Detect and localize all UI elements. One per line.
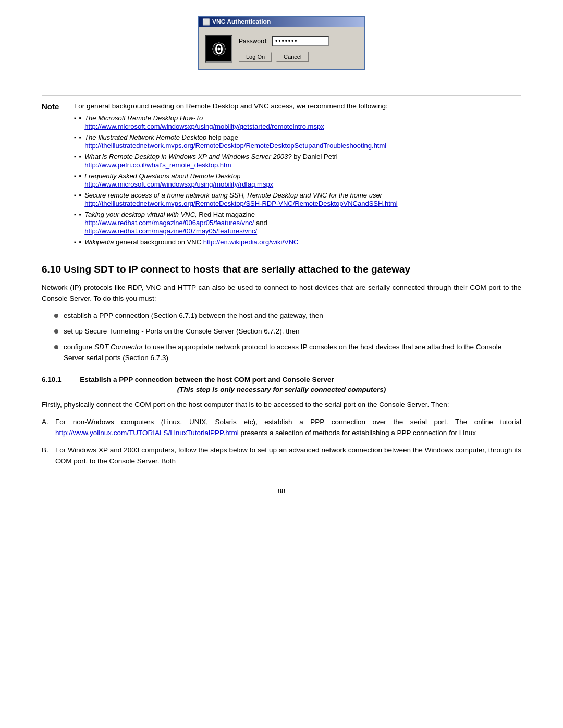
list-item: ▪ Secure remote access of a home network… xyxy=(74,191,521,207)
bullet-marker: ▪ xyxy=(79,114,82,122)
item-text: What is Remote Desktop in Windows XP and… xyxy=(84,153,338,161)
item-link[interactable]: http://www.microsoft.com/windowsxp/using… xyxy=(84,122,324,130)
page-number: 88 xyxy=(42,487,521,495)
bullet-marker: ▪ xyxy=(79,211,82,218)
vnc-form: Password: Log On Cancel xyxy=(239,36,329,62)
note-intro: For general background reading on Remote… xyxy=(74,102,521,110)
sub-heading-6101: 6.10.1 Establish a PPP connection betwee… xyxy=(42,376,521,384)
item-content: Taking your desktop virtual with VNC, Re… xyxy=(84,211,267,235)
item-text: Secure remote access of a home network u… xyxy=(84,191,397,199)
vnc-body: Password: Log On Cancel xyxy=(199,27,364,69)
bullet-text: establish a PPP connection (Section 6.7.… xyxy=(64,311,323,321)
list-item: configure SDT Connector to use the appro… xyxy=(54,342,521,363)
item-content: The Illustrated Network Remote Desktop h… xyxy=(84,133,386,150)
item-link[interactable]: http://www.microsoft.com/windowsxp/using… xyxy=(84,180,273,188)
section-610-intro: Network (IP) protocols like RDP, VNC and… xyxy=(42,282,521,304)
item-links: http://www.redhat.com/magazine/006apr05/… xyxy=(84,219,267,227)
vnc-title-icon: ⬜ xyxy=(202,18,210,26)
section-6101-intro: Firstly, physically connect the COM port… xyxy=(42,400,521,411)
note-divider xyxy=(42,91,521,91)
item-content: Frequently Asked Questions about Remote … xyxy=(84,172,273,188)
svg-point-4 xyxy=(218,48,221,51)
bullet-text: set up Secure Tunneling - Ports on the C… xyxy=(64,326,300,337)
bullet-marker: ▪ xyxy=(79,133,82,141)
list-item: ▪ What is Remote Desktop in Windows XP a… xyxy=(74,153,521,169)
note-list: ▪ The Microsoft Remote Desktop How-To ht… xyxy=(74,114,521,246)
bullet-text: configure SDT Connector to use the appro… xyxy=(64,342,521,363)
alpha-list: A. For non-Wndows computers (Linux, UNIX… xyxy=(42,417,521,467)
vnc-title-bar: ⬜ VNC Authentication xyxy=(199,17,364,27)
vnc-logo-svg xyxy=(209,39,229,59)
list-item: ▪ The Microsoft Remote Desktop How-To ht… xyxy=(74,114,521,130)
item-text: The Microsoft Remote Desktop How-To xyxy=(84,114,324,122)
bullet-dot xyxy=(54,345,58,349)
bullet-marker: ▪ xyxy=(79,191,82,199)
alpha-label-a: A. xyxy=(42,417,50,428)
vnc-logo xyxy=(205,35,232,63)
bullet-marker: ▪ xyxy=(79,172,82,180)
note-section: Note For general background reading on R… xyxy=(42,95,521,249)
wikipedia-link[interactable]: http://en.wikipedia.org/wiki/VNC xyxy=(203,238,299,246)
item-content: The Microsoft Remote Desktop How-To http… xyxy=(84,114,324,130)
item-link[interactable]: http://theillustratednetwork.mvps.org/Re… xyxy=(84,142,386,150)
vnc-dialog: ⬜ VNC Authentication Password: L xyxy=(198,16,365,70)
sub-heading-text: Establish a PPP connection between the h… xyxy=(80,376,334,384)
alpha-label-b: B. xyxy=(42,445,50,456)
item-text: Frequently Asked Questions about Remote … xyxy=(84,172,273,180)
item-content: Secure remote access of a home network u… xyxy=(84,191,397,207)
item-text: Wikipedia general background on VNC http… xyxy=(84,238,298,246)
section-610-heading: 6.10 Using SDT to IP connect to hosts th… xyxy=(42,264,521,275)
alpha-text-b: For Windows XP and 2003 computers, follo… xyxy=(55,445,521,467)
section-610-bullets: establish a PPP connection (Section 6.7.… xyxy=(54,311,521,363)
list-item: set up Secure Tunneling - Ports on the C… xyxy=(54,326,521,337)
alpha-text-a: For non-Wndows computers (Linux, UNIX, S… xyxy=(55,417,521,439)
item-content: Wikipedia general background on VNC http… xyxy=(84,238,298,246)
note-content: For general background reading on Remote… xyxy=(74,102,521,249)
logon-button[interactable]: Log On xyxy=(239,52,272,62)
sub-italic-heading: (This step is only necessary for seriall… xyxy=(42,386,521,393)
list-item: ▪ Frequently Asked Questions about Remot… xyxy=(74,172,521,188)
item-text: The Illustrated Network Remote Desktop h… xyxy=(84,133,386,141)
item-link[interactable]: http://www.petri.co.il/what's_remote_des… xyxy=(84,161,338,169)
bullet-dot xyxy=(54,314,58,318)
vnc-title-text: VNC Authentication xyxy=(212,18,271,26)
item-text: Taking your desktop virtual with VNC, Re… xyxy=(84,211,267,218)
list-item: ▪ Taking your desktop virtual with VNC, … xyxy=(74,211,521,235)
list-item: ▪ Wikipedia general background on VNC ht… xyxy=(74,238,521,246)
list-item: establish a PPP connection (Section 6.7.… xyxy=(54,311,521,321)
ppp-link[interactable]: http://www.yolinux.com/TUTORIALS/LinuxTu… xyxy=(55,429,239,437)
bullet-dot xyxy=(54,329,58,334)
bullet-marker: ▪ xyxy=(79,238,82,246)
vnc-dialog-wrapper: ⬜ VNC Authentication Password: L xyxy=(42,16,521,70)
sub-heading-num: 6.10.1 xyxy=(42,376,62,384)
list-item: A. For non-Wndows computers (Linux, UNIX… xyxy=(42,417,521,439)
item-link[interactable]: http://theillustratednetwork.mvps.org/Re… xyxy=(84,200,397,207)
item-link-1[interactable]: http://www.redhat.com/magazine/006apr05/… xyxy=(84,219,254,227)
cancel-button[interactable]: Cancel xyxy=(276,52,309,62)
password-input[interactable] xyxy=(272,36,329,46)
bullet-marker: ▪ xyxy=(79,153,82,161)
vnc-password-row: Password: xyxy=(239,36,329,46)
note-label: Note xyxy=(42,102,67,249)
list-item: B. For Windows XP and 2003 computers, fo… xyxy=(42,445,521,467)
vnc-buttons: Log On Cancel xyxy=(239,52,329,62)
section-6101: 6.10.1 Establish a PPP connection betwee… xyxy=(42,376,521,467)
password-label: Password: xyxy=(239,38,268,45)
item-link-2[interactable]: http://www.redhat.com/magazine/007may05/… xyxy=(84,227,267,235)
list-item: ▪ The Illustrated Network Remote Desktop… xyxy=(74,133,521,150)
item-content: What is Remote Desktop in Windows XP and… xyxy=(84,153,338,169)
